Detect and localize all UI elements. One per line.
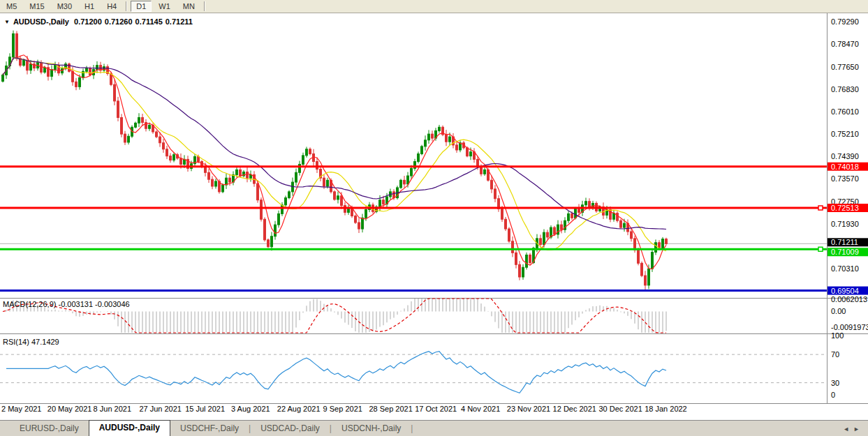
candle-body — [491, 180, 493, 189]
candle-body — [418, 154, 420, 162]
chart-area: 0.792900.784700.776500.768300.760100.752… — [0, 13, 868, 420]
candle-body — [54, 66, 57, 70]
candle-body — [124, 134, 126, 142]
date-label: 28 Sep 2021 — [369, 405, 412, 413]
candle-body — [205, 167, 207, 172]
candle-body — [620, 220, 622, 227]
candle-body — [425, 140, 427, 146]
price-tick-label: 0.74390 — [831, 152, 859, 160]
candle-body — [309, 149, 311, 154]
symbol-tab-usdcad[interactable]: USDCAD-,Daily — [252, 421, 328, 436]
symbol-tab-eurusd[interactable]: EURUSD-,Daily — [11, 421, 87, 436]
candle-body — [267, 240, 270, 247]
timeframe-button-mn[interactable]: MN — [177, 1, 200, 12]
timeframe-button-h1[interactable]: H1 — [79, 1, 100, 12]
candle-body — [432, 134, 434, 138]
candle-body — [295, 172, 297, 182]
symbol-tab-audusd[interactable]: AUDUSD-,Daily — [89, 420, 170, 436]
candle-body — [222, 185, 224, 192]
candle-body — [257, 183, 259, 200]
candle-body — [404, 180, 406, 184]
timeframe-button-m15[interactable]: M15 — [24, 1, 50, 12]
line-handle[interactable] — [818, 247, 823, 251]
candle-body — [323, 178, 325, 186]
candle-body — [212, 179, 214, 186]
candle-body — [561, 225, 563, 230]
price-tick-label: 0.73570 — [831, 174, 859, 183]
candle-body — [358, 223, 360, 229]
candle-body — [526, 255, 528, 268]
timeframe-button-w1[interactable]: W1 — [153, 1, 176, 12]
candle-body — [16, 33, 18, 58]
candle-body — [72, 71, 74, 82]
candle-body — [337, 196, 339, 200]
candle-body — [512, 241, 514, 253]
candle-body — [575, 209, 577, 218]
candle-body — [135, 123, 137, 127]
macd-axis-label: 0.00 — [831, 307, 846, 315]
candle-body — [316, 162, 318, 170]
candle-body — [638, 250, 640, 263]
date-label: 8 Jun 2021 — [94, 405, 131, 413]
candle-body — [156, 132, 158, 137]
candle-body — [23, 61, 25, 66]
line-handle[interactable] — [818, 206, 823, 210]
candle-body — [655, 243, 657, 253]
symbol-tab-usdcnh[interactable]: USDCNH-,Daily — [333, 421, 409, 436]
timeframe-button-d1[interactable]: D1 — [131, 1, 152, 12]
candle-body — [641, 263, 643, 276]
candle-body — [247, 172, 249, 179]
candle-body — [449, 137, 451, 142]
candle-body — [34, 64, 36, 68]
candle-body — [631, 232, 633, 239]
candle-body — [27, 61, 29, 70]
candle-body — [543, 232, 545, 244]
candle-body — [547, 232, 549, 237]
resistance-badge-text: 0.72513 — [831, 204, 859, 212]
candle-body — [362, 218, 364, 229]
candle-body — [334, 192, 336, 200]
candle-body — [613, 213, 615, 220]
candle-body — [236, 170, 238, 174]
chart-canvas[interactable]: 0.792900.784700.776500.768300.760100.752… — [0, 13, 868, 420]
candle-body — [13, 33, 15, 57]
candle-body — [114, 84, 116, 101]
candle-body — [578, 209, 580, 212]
candle-body — [522, 267, 524, 277]
candle-body — [652, 253, 654, 269]
price-tick-label: 0.78470 — [831, 40, 859, 48]
candle-body — [505, 219, 507, 229]
candle-body — [501, 209, 503, 219]
ma-fast-line — [3, 55, 666, 269]
candle-body — [260, 200, 263, 220]
candle-body — [508, 229, 510, 241]
candle-body — [170, 156, 172, 160]
date-label: 17 Oct 2021 — [415, 405, 457, 413]
timeframe-button-m5[interactable]: M5 — [1, 1, 22, 12]
ma-slow-line — [3, 58, 666, 230]
candle-body — [117, 101, 119, 118]
candle-body — [400, 180, 402, 188]
timeframe-button-m30[interactable]: M30 — [52, 1, 78, 12]
timeframe-toolbar: M5M15M30H1H4D1W1MN — [0, 0, 868, 13]
tab-scroll-arrows[interactable]: ◄► — [843, 426, 864, 433]
date-label: 22 Aug 2021 — [277, 405, 321, 413]
mt4-window: M5M15M30H1H4D1W1MN 0.792900.784700.77650… — [0, 0, 868, 436]
candle-body — [439, 127, 441, 130]
symbol-tab-bar: EURUSD-,DailyAUDUSD-,DailyUSDCHF-,Daily|… — [0, 420, 868, 436]
candle-body — [79, 77, 81, 87]
candle-body — [281, 205, 284, 214]
macd-axis-label: -0.0091973 — [831, 323, 868, 331]
rsi-axis-label: 70 — [831, 350, 839, 359]
candle-body — [519, 264, 521, 277]
tab-separator: | — [328, 421, 333, 436]
candle-body — [571, 213, 573, 218]
candle-body — [470, 152, 472, 156]
date-label: 23 Nov 2021 — [507, 405, 550, 413]
candle-body — [128, 136, 130, 142]
symbol-tab-usdchf[interactable]: USDCHF-,Daily — [172, 421, 247, 436]
candle-body — [240, 170, 242, 176]
timeframe-button-h4[interactable]: H4 — [101, 1, 122, 12]
candle-body — [208, 172, 210, 179]
date-label: 30 Dec 2021 — [598, 405, 642, 413]
